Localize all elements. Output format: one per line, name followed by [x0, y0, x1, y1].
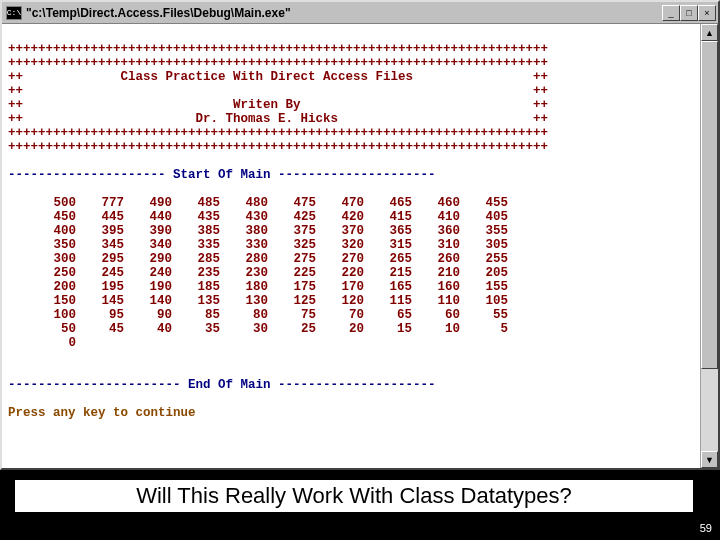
header-border-bot2: ++++++++++++++++++++++++++++++++++++++++… [8, 140, 548, 154]
grid-cell: 485 [172, 196, 220, 210]
grid-row: 300295290285280275270265260255 [28, 252, 694, 266]
grid-cell: 80 [220, 308, 268, 322]
grid-cell: 90 [124, 308, 172, 322]
grid-cell: 450 [28, 210, 76, 224]
grid-cell: 210 [412, 266, 460, 280]
grid-cell: 240 [124, 266, 172, 280]
grid-row: 350345340335330325320315310305 [28, 238, 694, 252]
number-grid: 5007774904854804754704654604554504454404… [28, 196, 694, 350]
page-number: 59 [700, 522, 712, 534]
grid-cell: 235 [172, 266, 220, 280]
grid-cell: 415 [364, 210, 412, 224]
scroll-up-button[interactable]: ▲ [701, 24, 718, 41]
console-output: ++++++++++++++++++++++++++++++++++++++++… [2, 24, 700, 468]
slide-caption: Will This Really Work With Class Datatyp… [14, 479, 694, 513]
grid-cell: 340 [124, 238, 172, 252]
grid-cell: 20 [316, 322, 364, 336]
grid-cell: 105 [460, 294, 508, 308]
grid-cell: 410 [412, 210, 460, 224]
grid-cell [412, 336, 460, 350]
grid-cell: 95 [76, 308, 124, 322]
grid-cell: 480 [220, 196, 268, 210]
grid-cell: 435 [172, 210, 220, 224]
grid-cell: 290 [124, 252, 172, 266]
console-window: C:\ "c:\Temp\Direct.Access.Files\Debug\M… [0, 0, 720, 470]
header-border-bot1: ++++++++++++++++++++++++++++++++++++++++… [8, 126, 548, 140]
grid-cell [172, 336, 220, 350]
grid-cell: 140 [124, 294, 172, 308]
grid-cell: 165 [364, 280, 412, 294]
grid-cell: 405 [460, 210, 508, 224]
grid-cell: 195 [76, 280, 124, 294]
minimize-button[interactable]: _ [662, 5, 680, 21]
grid-cell: 380 [220, 224, 268, 238]
header-line-1: ++ Class Practice With Direct Access Fil… [8, 70, 548, 84]
grid-cell: 125 [268, 294, 316, 308]
grid-cell: 345 [76, 238, 124, 252]
grid-cell: 270 [316, 252, 364, 266]
grid-cell: 375 [268, 224, 316, 238]
separator-end: ----------------------- End Of Main ----… [8, 378, 436, 392]
grid-cell: 130 [220, 294, 268, 308]
close-button[interactable]: × [698, 5, 716, 21]
console-client: ++++++++++++++++++++++++++++++++++++++++… [2, 24, 718, 468]
grid-cell: 25 [268, 322, 316, 336]
header-border-top1: ++++++++++++++++++++++++++++++++++++++++… [8, 42, 548, 56]
grid-cell: 385 [172, 224, 220, 238]
header-line-2: ++ ++ [8, 84, 548, 98]
titlebar: C:\ "c:\Temp\Direct.Access.Files\Debug\M… [2, 2, 718, 24]
grid-cell: 325 [268, 238, 316, 252]
grid-cell: 40 [124, 322, 172, 336]
grid-cell: 120 [316, 294, 364, 308]
grid-cell: 160 [412, 280, 460, 294]
separator-start: --------------------- Start Of Main ----… [8, 168, 436, 182]
grid-row: 150145140135130125120115110105 [28, 294, 694, 308]
maximize-button[interactable]: □ [680, 5, 698, 21]
grid-cell: 180 [220, 280, 268, 294]
scroll-down-button[interactable]: ▼ [701, 451, 718, 468]
press-any-key[interactable]: Press any key to continue [8, 406, 196, 420]
grid-cell [364, 336, 412, 350]
grid-cell: 75 [268, 308, 316, 322]
grid-cell: 60 [412, 308, 460, 322]
grid-cell [316, 336, 364, 350]
cmd-icon: C:\ [6, 6, 22, 20]
grid-cell: 475 [268, 196, 316, 210]
scroll-track[interactable] [701, 41, 718, 451]
grid-row: 500777490485480475470465460455 [28, 196, 694, 210]
grid-cell: 265 [364, 252, 412, 266]
grid-cell: 500 [28, 196, 76, 210]
grid-cell: 205 [460, 266, 508, 280]
window-title: "c:\Temp\Direct.Access.Files\Debug\Main.… [26, 6, 658, 20]
vertical-scrollbar[interactable]: ▲ ▼ [700, 24, 718, 468]
scroll-thumb[interactable] [701, 41, 718, 369]
grid-row: 450445440435430425420415410405 [28, 210, 694, 224]
grid-cell: 455 [460, 196, 508, 210]
grid-cell: 30 [220, 322, 268, 336]
grid-cell: 190 [124, 280, 172, 294]
grid-cell: 170 [316, 280, 364, 294]
grid-cell: 55 [460, 308, 508, 322]
grid-cell: 45 [76, 322, 124, 336]
grid-cell: 245 [76, 266, 124, 280]
grid-cell: 85 [172, 308, 220, 322]
grid-cell: 440 [124, 210, 172, 224]
grid-cell: 315 [364, 238, 412, 252]
grid-cell: 305 [460, 238, 508, 252]
grid-cell: 15 [364, 322, 412, 336]
grid-cell: 65 [364, 308, 412, 322]
grid-cell: 285 [172, 252, 220, 266]
grid-row: 250245240235230225220215210205 [28, 266, 694, 280]
grid-cell: 135 [172, 294, 220, 308]
grid-cell: 300 [28, 252, 76, 266]
grid-cell [76, 336, 124, 350]
grid-cell: 250 [28, 266, 76, 280]
grid-cell: 145 [76, 294, 124, 308]
grid-cell: 200 [28, 280, 76, 294]
grid-cell: 295 [76, 252, 124, 266]
grid-cell: 0 [28, 336, 76, 350]
grid-cell: 215 [364, 266, 412, 280]
grid-cell: 185 [172, 280, 220, 294]
grid-cell [268, 336, 316, 350]
grid-cell: 460 [412, 196, 460, 210]
